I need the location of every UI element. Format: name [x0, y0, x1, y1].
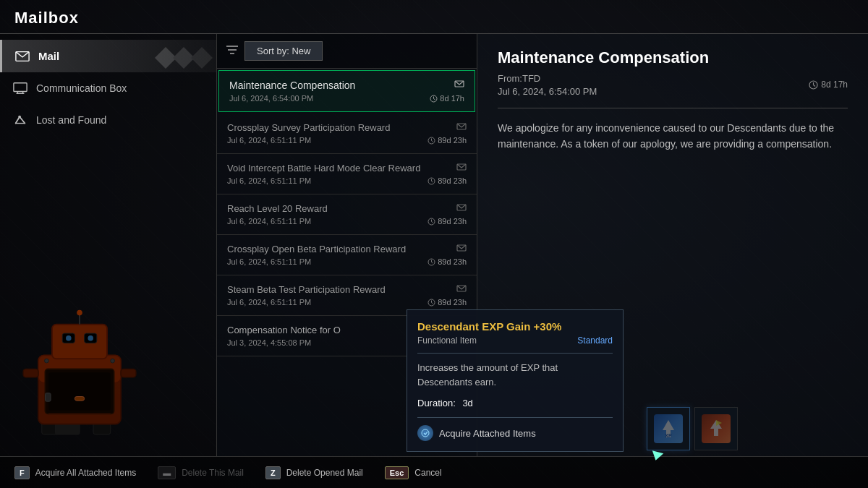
mail-item-7-date: Jul 3, 2024, 4:55:08 PM	[227, 338, 311, 347]
cancel-action[interactable]: Esc Cancel	[385, 466, 442, 479]
mail-item-5-title: Crossplay Open Beta Participation Reward	[227, 244, 406, 254]
delete-opened-label: Delete Opened Mail	[286, 468, 363, 478]
acquire-all-action[interactable]: F Acquire All Attached Items	[14, 466, 136, 479]
tooltip-rarity: Standard	[577, 335, 613, 346]
detail-meta: From:TFD Jul 6, 2024, 6:54:00 PM 8d 17h	[498, 72, 848, 98]
mail-item-4-date: Jul 6, 2024, 6:51:11 PM	[227, 217, 311, 226]
svg-line-41	[814, 85, 816, 86]
svg-line-18	[434, 98, 435, 100]
mail-item-4-expiry: 89d 23h	[427, 217, 467, 226]
tooltip-divider-2	[417, 417, 613, 418]
mail-icon	[15, 51, 30, 62]
sidebar-item-communication-box[interactable]: Communication Box	[0, 72, 216, 104]
svg-marker-3	[191, 47, 213, 69]
mail-item-2[interactable]: Crossplay Survey Participation Reward Ju…	[217, 114, 477, 154]
mail-item-6-expiry: 89d 23h	[427, 298, 467, 307]
tooltip-duration-label: Duration:	[417, 398, 456, 408]
tooltip-divider	[417, 353, 613, 354]
svg-marker-1	[155, 47, 176, 69]
delete-mail-action[interactable]: ▬ Delete This Mail	[158, 466, 244, 479]
mail-item-5-date: Jul 6, 2024, 6:51:11 PM	[227, 257, 311, 266]
mail-attach-icon-1	[454, 80, 464, 90]
mail-item-2-expiry: 89d 23h	[427, 136, 467, 145]
sidebar-comm-label: Communication Box	[36, 82, 127, 94]
mail-item-1[interactable]: Maintenance Compensation Jul 6, 2024, 6:…	[218, 70, 475, 112]
mail-item-3[interactable]: Void Intercept Battle Hard Mode Clear Re…	[217, 154, 477, 194]
mail-item-1-expiry: 8d 17h	[430, 94, 464, 103]
key-delete: ▬	[158, 466, 176, 479]
tooltip-category: Functional Item	[417, 335, 477, 346]
tooltip-description: Increases the amount of EXP that Descend…	[417, 361, 613, 389]
key-esc: Esc	[385, 466, 409, 479]
mail-item-5[interactable]: Crossplay Open Beta Participation Reward…	[217, 235, 477, 275]
mail-item-2-date: Jul 6, 2024, 6:51:11 PM	[227, 136, 311, 145]
tooltip-popup: Descendant EXP Gain +30% Functional Item…	[407, 309, 624, 452]
mail-item-6-title: Steam Beta Test Participation Reward	[227, 284, 386, 295]
mail-attach-icon-4	[456, 203, 467, 214]
lost-icon	[13, 114, 27, 126]
mail-item-5-expiry: 89d 23h	[427, 257, 467, 266]
svg-line-22	[432, 140, 433, 142]
mail-item-7-title: Compensation Notice for O	[227, 325, 341, 335]
svg-line-34	[432, 262, 433, 263]
mail-item-3-title: Void Intercept Battle Hard Mode Clear Re…	[227, 163, 420, 174]
sidebar: Mail	[0, 34, 217, 456]
cancel-label: Cancel	[414, 468, 441, 478]
key-f: F	[14, 466, 30, 479]
delete-opened-action[interactable]: Z Delete Opened Mail	[265, 466, 363, 479]
title-bar: Mailbox	[0, 0, 868, 34]
page-title: Mailbox	[14, 9, 854, 27]
detail-from: From:TFD	[498, 73, 540, 84]
mail-item-3-date: Jul 6, 2024, 6:51:11 PM	[227, 176, 311, 185]
svg-point-63	[422, 429, 429, 437]
mail-item-1-title: Maintenance Compensation	[229, 80, 355, 91]
sort-icon	[226, 44, 239, 58]
detail-body: We apologize for any inconvenience cause…	[498, 120, 848, 153]
detail-expiry-value: 8d 17h	[821, 80, 848, 90]
delete-mail-label: Delete This Mail	[182, 468, 244, 478]
sidebar-lost-label: Lost and Found	[36, 114, 106, 126]
sidebar-mail-label: Mail	[38, 50, 59, 62]
mail-attach-icon-5	[456, 244, 467, 254]
tooltip-duration-value: 3d	[462, 398, 472, 408]
key-z: Z	[265, 466, 281, 479]
bottom-bar: F Acquire All Attached Items ▬ Delete Th…	[0, 456, 868, 488]
svg-marker-2	[173, 47, 195, 69]
mail-attach-icon-2	[456, 122, 467, 133]
mail-attach-icon-3	[456, 163, 467, 174]
acquire-all-label: Acquire All Attached Items	[35, 468, 136, 478]
tooltip-title: Descendant EXP Gain +30%	[417, 320, 613, 333]
svg-line-30	[432, 221, 433, 223]
detail-date: Jul 6, 2024, 6:54:00 PM	[498, 86, 597, 97]
mail-item-1-date: Jul 6, 2024, 6:54:00 PM	[229, 94, 313, 103]
acquire-attached-action[interactable]: Acquire Attached Items	[417, 425, 613, 441]
svg-rect-4	[14, 83, 27, 92]
mail-item-3-expiry: 89d 23h	[427, 176, 467, 185]
acquire-attached-label: Acquire Attached Items	[439, 428, 536, 439]
sidebar-item-lost-found[interactable]: Lost and Found	[0, 104, 216, 136]
mail-item-4[interactable]: Reach Level 20 Reward Jul 6, 2024, 6:51:…	[217, 194, 477, 235]
sort-button[interactable]: Sort by: New	[244, 41, 323, 61]
sidebar-item-mail[interactable]: Mail	[0, 40, 216, 72]
detail-header: Maintenance Compensation From:TFD Jul 6,…	[498, 48, 848, 108]
mail-item-4-title: Reach Level 20 Reward	[227, 203, 328, 214]
svg-point-11	[18, 116, 21, 119]
svg-line-26	[432, 181, 433, 182]
svg-line-38	[432, 302, 433, 304]
mail-attach-icon-6	[456, 284, 467, 295]
acquire-icon	[417, 425, 433, 441]
comm-icon	[13, 82, 27, 94]
tooltip-subtitle-row: Functional Item Standard	[417, 335, 613, 346]
mail-item-6-date: Jul 6, 2024, 6:51:11 PM	[227, 298, 311, 307]
detail-expiry: 8d 17h	[809, 80, 848, 90]
detail-title: Maintenance Compensation	[498, 48, 848, 67]
tooltip-duration: Duration: 3d	[417, 398, 613, 408]
mail-item-2-title: Crossplay Survey Participation Reward	[227, 122, 390, 133]
sort-bar: Sort by: New	[217, 34, 477, 69]
